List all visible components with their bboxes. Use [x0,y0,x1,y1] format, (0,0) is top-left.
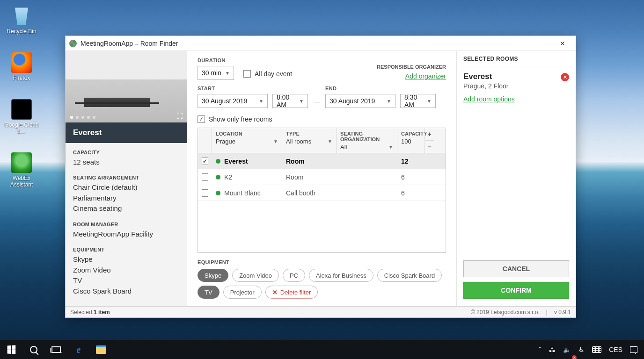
start-time-input[interactable]: 8:00 AM▼ [272,94,308,108]
tray-network[interactable]: 🖧 [545,340,559,359]
desktop-icon-label: Recycle Bin [7,28,36,35]
col-type-label: TYPE [286,131,332,136]
equipment-value: TV [73,275,179,286]
tray-chevron[interactable]: ˄ [534,340,545,359]
start-button[interactable] [0,340,22,359]
app-icon [69,40,77,47]
statusbar: Selected: 1 item © 2019 Letsgood.com s.r… [66,306,576,317]
equipment-value: Zoom Video [73,265,179,276]
start-date-input[interactable]: 30 August 2019▼ [198,94,268,108]
carousel-dots[interactable] [70,116,95,119]
chip-tv[interactable]: TV [198,286,220,299]
chevron-down-icon: ▼ [225,71,230,76]
desktop-icon-recycle-bin[interactable]: Recycle Bin [4,4,39,36]
remove-room-button[interactable]: ✕ [561,73,569,81]
all-day-checkbox[interactable] [243,70,251,78]
desktop-icon-label: Google Cloud S... [4,122,38,135]
seating-value: Chair Circle (default) [73,182,179,193]
selected-rooms-header: SELECTED ROOMS [457,51,576,67]
desktop-icon-firefox[interactable]: Firefox [4,50,39,83]
statusbar-version: v 0.9.1 [554,309,571,316]
close-icon: ✕ [563,74,567,80]
chevron-down-icon: ▼ [299,99,304,104]
start-label: START [198,86,308,91]
windows-icon [7,345,16,354]
dash-separator: — [313,98,321,108]
taskbar-file-explorer[interactable] [90,340,112,359]
keyboard-icon [592,346,601,353]
tray-notifications[interactable] [626,340,641,359]
chip-pc[interactable]: PC [283,269,305,282]
folder-icon [96,345,106,354]
end-date-input[interactable]: 30 August 2019▼ [325,94,395,108]
location-filter[interactable]: Prague▼ [216,138,278,146]
capacity-label: CAPACITY [73,150,179,155]
confirm-button[interactable]: CONFIRM [463,282,569,299]
expand-icon[interactable]: ⛶ [176,112,183,120]
selected-room-item: Everest Prague, 2 Floor ✕ [457,67,576,93]
responsible-organizer-label: RESPONSIBLE ORGANIZER [377,64,446,70]
taskbar: e ˄ 🖧 🔈✕ ♿︎ CES [0,340,644,359]
chip-cisco[interactable]: Cisco Spark Board [377,269,442,282]
seating-value: Parliamentary [73,193,179,204]
taskbar-ie[interactable]: e [67,340,90,359]
desktop-icon-google-cloud[interactable]: Google Cloud S... [4,97,39,136]
add-room-options-link[interactable]: Add room options [457,93,576,109]
col-seating-label: SEATING ORGANIZATION [340,131,393,142]
network-icon: 🖧 [549,346,556,353]
webex-icon [11,152,32,173]
volume-icon: 🔈 [563,346,571,353]
room-row[interactable]: Mount Blanc Call booth 6 [198,185,446,201]
type-filter[interactable]: All rooms▼ [286,138,332,146]
manager-label: ROOM MANAGER [73,222,179,227]
selected-room-location: Prague, 2 Floor [463,82,569,90]
duration-select[interactable]: 30 min▼ [198,66,234,80]
manager-value: MeetingRoomApp Facility [73,229,179,240]
statusbar-copyright: © 2019 Letsgood.com s.r.o. [471,309,540,316]
chip-alexa[interactable]: Alexa for Business [309,269,373,282]
show-free-checkbox[interactable] [198,115,205,123]
capacity-decrease[interactable]: − [425,141,434,153]
chip-skype[interactable]: Skype [198,269,228,282]
tray-ease-of-access[interactable]: ♿︎ [575,340,588,359]
row-checkbox[interactable] [202,158,208,165]
end-time-input[interactable]: 8:30 AM▼ [400,94,436,108]
titlebar[interactable]: MeetingRoomApp – Room Finder ✕ [66,36,576,51]
ie-icon: e [77,345,81,355]
capacity-filter[interactable]: 100 [401,138,421,146]
chevron-up-icon: ˄ [538,346,542,353]
cancel-button[interactable]: CANCEL [463,260,569,277]
room-row[interactable]: Everest Room 12 [198,153,446,169]
chip-projector[interactable]: Projector [223,286,262,299]
selected-rooms-panel: SELECTED ROOMS Everest Prague, 2 Floor ✕… [456,51,576,306]
taskview-icon [51,346,61,353]
end-label: END [325,86,436,91]
tray-volume[interactable]: 🔈✕ [559,340,575,359]
desktop-icon-webex[interactable]: WebEx Assistant [4,151,39,190]
firefox-icon [11,52,32,73]
status-available-icon [216,191,220,195]
all-day-label: All day event [255,70,292,78]
notification-icon [630,346,637,353]
col-location-label: LOCATION [216,131,278,136]
taskbar-taskview[interactable] [45,340,67,359]
equipment-value: Cisco Spark Board [73,286,179,297]
close-button[interactable]: ✕ [553,37,572,50]
row-checkbox[interactable] [202,189,208,197]
capacity-increase[interactable]: + [425,128,434,141]
show-free-label: Show only free rooms [209,115,272,123]
add-organizer-link[interactable]: Add organizer [405,72,446,80]
room-details: CAPACITY 12 seats SEATING ARRANGEMENT Ch… [66,143,187,306]
row-checkbox[interactable] [202,173,208,181]
chip-delete-filter[interactable]: ✕Delete filter [265,286,318,299]
grid-body[interactable]: Everest Room 12 K2 Room 6 Mount [198,153,446,252]
equipment-value: Skype [73,254,179,265]
room-finder-window: MeetingRoomApp – Room Finder ✕ ⛶ Everest… [65,36,576,318]
taskbar-search[interactable] [22,340,45,359]
room-photo[interactable]: ⛶ [66,51,187,122]
tray-keyboard[interactable] [588,340,605,359]
seating-filter[interactable]: All▼ [340,144,393,152]
room-row[interactable]: K2 Room 6 [198,169,446,185]
tray-language[interactable]: CES [605,340,626,359]
chip-zoom[interactable]: Zoom Video [232,269,279,282]
